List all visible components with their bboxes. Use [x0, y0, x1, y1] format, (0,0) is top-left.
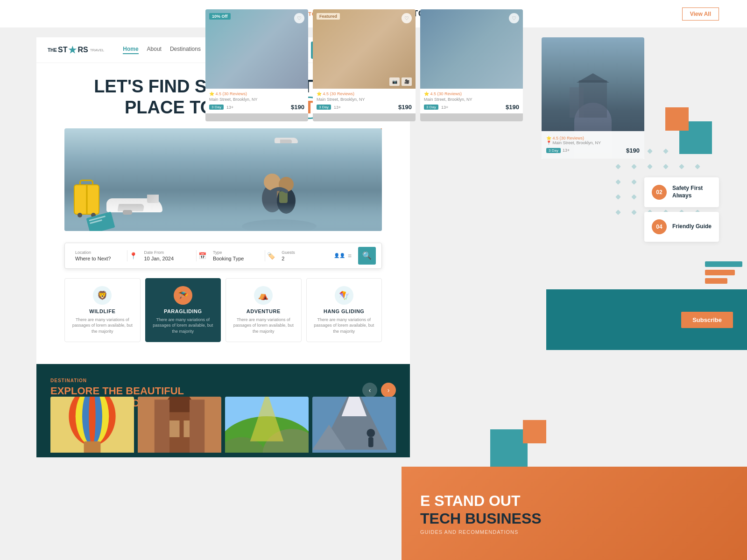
prev-button[interactable]: ‹	[362, 383, 377, 398]
hero-image-container	[64, 128, 382, 236]
tour-card-1[interactable]: 10% Off ♡ ⭐ 4.5 (30 Reviews) Main Street…	[205, 9, 308, 121]
heart-icon-3[interactable]: ♡	[509, 13, 519, 23]
feature-num-02: 02	[652, 185, 667, 200]
category-paragliding[interactable]: 🪂 PARAGLIDING There are many variations …	[145, 278, 221, 343]
nav-about[interactable]: About	[147, 46, 162, 54]
view-all-button[interactable]: View All	[682, 7, 719, 21]
nav-home[interactable]: Home	[123, 46, 138, 54]
type-icon: 🏷️	[265, 252, 277, 259]
days-tag-3: 3 Day	[424, 105, 438, 110]
type-value[interactable]: Booking Type	[213, 256, 260, 261]
stripe-2	[705, 270, 735, 275]
stand-out-text: E STAND OUT	[420, 492, 542, 510]
card-rating-3: ⭐ 4.5 (30 Reviews)	[424, 91, 519, 96]
type-label: Type	[213, 250, 260, 255]
feature-card-guide: 04 Friendly Guide	[644, 212, 719, 242]
svg-rect-19	[190, 399, 204, 453]
plane-ground	[106, 198, 162, 222]
photo-price: $190	[626, 147, 640, 154]
location-label: Location	[75, 250, 122, 255]
wildlife-icon: 🦁	[93, 286, 112, 305]
card-price-2: $190	[398, 104, 412, 111]
heart-icon[interactable]: ♡	[294, 13, 304, 23]
hang-gliding-icon: 🪁	[335, 286, 353, 305]
hero-image	[64, 128, 382, 231]
days-tag: 3 Day	[209, 105, 224, 110]
location-field: Location Where to Next?	[70, 250, 127, 261]
adventure-icon: ⛺	[254, 286, 273, 305]
orange-stripe-decoration	[700, 257, 747, 294]
adventure-desc: There are many variations of passages of…	[232, 317, 296, 335]
type-field: Type Booking Type	[208, 250, 265, 261]
svg-rect-12	[84, 441, 101, 453]
destination-images	[36, 397, 410, 457]
logo-star-icon: ★	[68, 44, 77, 56]
explore-label: Destination	[50, 378, 396, 383]
card-location: Main Street, Brooklyn, NY	[209, 97, 304, 102]
date-label: Date From	[144, 250, 191, 255]
subtitle-text: GUIDES AND RECOMMENDATIONS	[420, 529, 542, 535]
card-rating-2: ⭐ 4.5 (30 Reviews)	[317, 91, 412, 96]
paragliding-desc: There are many variations of passages of…	[151, 317, 215, 335]
guests-label: Guests	[282, 250, 329, 255]
orange-section-text: E STAND OUT TECH BUSINESS GUIDES AND REC…	[420, 492, 542, 534]
photo-rating: ⭐ 4.5 (30 Reviews)	[546, 136, 640, 140]
discount-badge: 10% Off	[209, 13, 231, 20]
svg-rect-30	[368, 437, 374, 447]
dest-hot-air[interactable]	[50, 397, 134, 453]
category-hang-gliding[interactable]: 🪁 HANG GLIDING There are many variations…	[306, 278, 382, 343]
tour-card-2[interactable]: Featured ♡ 📷 🎥 ⭐ 4.5 (30 Reviews) Main S…	[313, 9, 416, 121]
explore-nav: ‹ ›	[362, 383, 396, 398]
safety-first-text: Safety First Always	[672, 185, 712, 199]
nav-destinations[interactable]: Destinations	[170, 46, 201, 54]
filter-icon[interactable]: ≡	[345, 252, 354, 259]
hang-gliding-name: HANG GLIDING	[324, 308, 364, 314]
guests-value[interactable]: 2	[282, 256, 329, 261]
photo-days-tag: 3 Day	[546, 148, 561, 153]
days-tag-2: 3 Day	[317, 105, 331, 110]
sky-plane	[275, 138, 298, 147]
paragliding-icon: 🪂	[174, 286, 192, 305]
card-price-3: $190	[506, 104, 519, 111]
date-value[interactable]: 10 Jan, 2024	[144, 256, 191, 261]
location-pin-icon: 📍	[127, 252, 139, 259]
dest-cathedral[interactable]	[138, 397, 221, 453]
feature-cards-col: 02 Safety First Always 04 Friendly Guide	[644, 177, 719, 242]
svg-point-29	[366, 429, 375, 437]
subscribe-button[interactable]: Subscribe	[681, 312, 733, 328]
orange-bottom-section: E STAND OUT TECH BUSINESS GUIDES AND REC…	[402, 467, 747, 560]
tech-business-text: TECH BUSINESS	[420, 510, 542, 527]
dest-green-hills[interactable]	[225, 397, 309, 453]
dest-mountain[interactable]	[312, 397, 396, 453]
heart-icon-2[interactable]: ♡	[402, 13, 412, 23]
logo: THE ST ★ RS TRAVEL	[48, 44, 104, 56]
guests-field: Guests 2	[277, 250, 333, 261]
teal-orange-corner	[665, 107, 712, 154]
building-silhouette	[542, 58, 644, 131]
location-value[interactable]: Where to Next?	[75, 256, 122, 261]
video-icon: 🎥	[402, 77, 412, 86]
feature-card-safety: 02 Safety First Always	[644, 177, 719, 207]
svg-rect-18	[155, 399, 169, 453]
wildlife-name: WILDLIFE	[89, 308, 115, 314]
stripe-1	[705, 261, 742, 267]
category-adventure[interactable]: ⛺ ADVENTURE There are many variations of…	[226, 278, 302, 343]
next-button[interactable]: ›	[381, 383, 396, 398]
camera-icon: 📷	[389, 77, 400, 86]
tour-cards-row: 10% Off ♡ ⭐ 4.5 (30 Reviews) Main Street…	[205, 5, 504, 126]
wildlife-desc: There are many variations of passages of…	[70, 317, 134, 335]
stripe-3	[705, 278, 727, 284]
featured-badge: Featured	[317, 13, 340, 20]
teal-subscribe-section: Subscribe	[546, 289, 747, 350]
hang-gliding-desc: There are many variations of passages of…	[312, 317, 376, 335]
tour-card-3[interactable]: ♡ ⭐ 4.5 (30 Reviews) Main Street, Brookl…	[420, 9, 523, 121]
feature-num-04: 04	[652, 219, 667, 234]
photo-location: 📍 Main Street, Brooklyn, NY	[546, 140, 640, 145]
category-wildlife[interactable]: 🦁 WILDLIFE There are many variations of …	[64, 278, 141, 343]
svg-marker-32	[577, 73, 609, 83]
svg-rect-16	[169, 420, 179, 437]
search-button[interactable]: 🔍	[358, 247, 376, 265]
guests-icon: 👤👤	[334, 253, 345, 258]
friendly-guide-text: Friendly Guide	[672, 223, 712, 231]
date-field: Date From 10 Jan, 2024	[139, 250, 196, 261]
